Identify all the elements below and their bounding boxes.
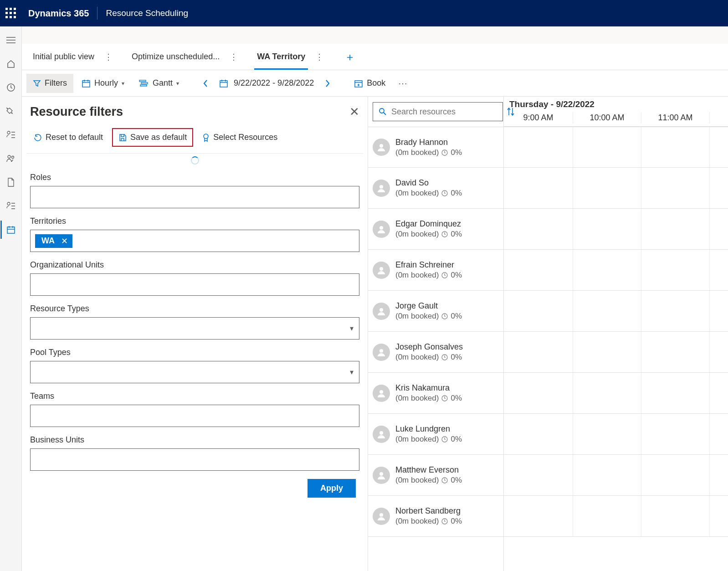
pool-types-select[interactable] xyxy=(30,361,359,383)
resource-row[interactable]: Edgar Dominquez(0m booked)0% xyxy=(368,209,503,250)
timeline-cell[interactable] xyxy=(573,250,641,290)
nav-people-list2-icon[interactable] xyxy=(2,197,20,215)
nav-people-group-icon[interactable] xyxy=(2,149,20,168)
close-icon[interactable]: ✕ xyxy=(349,105,359,119)
timeline-cell[interactable] xyxy=(504,496,573,536)
resource-row[interactable]: Kris Nakamura(0m booked)0% xyxy=(368,373,503,414)
timeline-row[interactable] xyxy=(504,168,728,209)
timeline-cell[interactable] xyxy=(504,373,573,413)
chip-label: WA xyxy=(41,236,55,246)
tab-menu-icon[interactable]: ⋮ xyxy=(312,52,327,62)
timeline-row[interactable] xyxy=(504,373,728,414)
timeline-cell[interactable] xyxy=(573,373,641,413)
timeline-cell[interactable] xyxy=(573,209,641,249)
date-range-picker[interactable]: 9/22/2022 - 9/28/2022 xyxy=(216,78,317,88)
tab-wa-territory[interactable]: WA Territory xyxy=(254,44,308,70)
timeline-cell[interactable] xyxy=(641,332,710,372)
nav-home-icon[interactable] xyxy=(2,55,20,73)
book-label: Book xyxy=(367,78,385,88)
nav-pin-icon[interactable] xyxy=(2,102,20,120)
timeline-cell[interactable] xyxy=(504,455,573,495)
timeline-row[interactable] xyxy=(504,291,728,332)
timeline-cell[interactable] xyxy=(641,250,710,290)
next-date-button[interactable] xyxy=(318,74,337,93)
calendar-icon xyxy=(219,79,228,88)
resource-row[interactable]: Norbert Sandberg(0m booked)0% xyxy=(368,496,503,537)
org-units-input[interactable] xyxy=(30,273,359,296)
timeline-cell[interactable] xyxy=(641,373,710,413)
timeline-cell[interactable] xyxy=(641,209,710,249)
resource-row[interactable]: Brady Hannon(0m booked)0% xyxy=(368,127,503,168)
reset-label: Reset to default xyxy=(46,133,103,142)
timeline-cell[interactable] xyxy=(573,291,641,331)
timeline-row[interactable] xyxy=(504,332,728,373)
resource-row[interactable]: Matthew Everson(0m booked)0% xyxy=(368,455,503,496)
hour-header: 9:00 AM xyxy=(504,112,573,123)
chip-remove-icon[interactable]: ✕ xyxy=(61,236,68,246)
resource-meta: (0m booked)0% xyxy=(395,148,462,157)
more-commands-icon[interactable]: ⋯ xyxy=(394,78,412,89)
timeline-cell[interactable] xyxy=(573,332,641,372)
timeline-row[interactable] xyxy=(504,414,728,455)
teams-input[interactable] xyxy=(30,405,359,427)
resource-meta: (0m booked)0% xyxy=(395,394,462,403)
timeline-cell[interactable] xyxy=(504,250,573,290)
timeline-cell[interactable] xyxy=(504,168,573,208)
timeline-cell[interactable] xyxy=(573,496,641,536)
timeline-cell[interactable] xyxy=(573,414,641,454)
gantt-dropdown[interactable]: Gantt ▾ xyxy=(133,74,185,93)
prev-date-button[interactable] xyxy=(196,74,215,93)
timeline-cell[interactable] xyxy=(573,127,641,167)
resource-types-select[interactable] xyxy=(30,317,359,340)
timeline-cell[interactable] xyxy=(573,455,641,495)
timeline-cell[interactable] xyxy=(504,414,573,454)
timeline-row[interactable] xyxy=(504,127,728,168)
timeline-cell[interactable] xyxy=(504,332,573,372)
nav-hamburger-icon[interactable] xyxy=(2,31,20,49)
select-resources-button[interactable]: Select Resources xyxy=(197,129,283,146)
resource-name: Kris Nakamura xyxy=(395,383,462,393)
tab-menu-icon[interactable]: ⋮ xyxy=(226,52,241,62)
business-units-input[interactable] xyxy=(30,448,359,471)
timeline-cell[interactable] xyxy=(641,127,710,167)
roles-input[interactable] xyxy=(30,186,359,208)
nav-document-icon[interactable] xyxy=(2,173,20,191)
timeline-row[interactable] xyxy=(504,496,728,537)
timeline-row[interactable] xyxy=(504,209,728,250)
add-tab-icon[interactable]: ＋ xyxy=(340,50,360,64)
timeline-cell[interactable] xyxy=(641,291,710,331)
tab-menu-icon[interactable]: ⋮ xyxy=(101,52,116,62)
apply-button[interactable]: Apply xyxy=(308,479,356,498)
resource-row[interactable]: Jorge Gault(0m booked)0% xyxy=(368,291,503,332)
timeline-cell[interactable] xyxy=(641,455,710,495)
nav-schedule-board-icon[interactable] xyxy=(0,221,20,239)
search-field[interactable] xyxy=(391,107,497,117)
loading-spinner-icon xyxy=(191,156,199,165)
resource-row[interactable]: David So(0m booked)0% xyxy=(368,168,503,209)
nav-people-list-icon[interactable] xyxy=(2,126,20,144)
timeline-cell[interactable] xyxy=(641,168,710,208)
reset-to-default-button[interactable]: Reset to default xyxy=(28,129,108,146)
timeline-cell[interactable] xyxy=(504,209,573,249)
resource-row[interactable]: Luke Lundgren(0m booked)0% xyxy=(368,414,503,455)
tab-optimize-unscheduled[interactable]: Optimize unscheduled... xyxy=(129,44,222,70)
hourly-dropdown[interactable]: Hourly ▾ xyxy=(75,74,131,93)
resource-row[interactable]: Joseph Gonsalves(0m booked)0% xyxy=(368,332,503,373)
app-launcher-icon[interactable] xyxy=(5,8,16,19)
filters-button[interactable]: Filters xyxy=(26,74,73,93)
clock-icon xyxy=(441,395,448,401)
timeline-cell[interactable] xyxy=(641,496,710,536)
save-as-default-button[interactable]: Save as default xyxy=(112,128,193,147)
timeline-row[interactable] xyxy=(504,455,728,496)
book-button[interactable]: Book xyxy=(348,74,392,93)
nav-recent-icon[interactable] xyxy=(2,78,20,97)
territories-input[interactable]: WA ✕ xyxy=(30,230,359,252)
timeline-cell[interactable] xyxy=(504,127,573,167)
tab-initial-public-view[interactable]: Initial public view xyxy=(30,44,97,70)
timeline-cell[interactable] xyxy=(573,168,641,208)
timeline-row[interactable] xyxy=(504,250,728,291)
timeline-cell[interactable] xyxy=(504,291,573,331)
timeline-cell[interactable] xyxy=(641,414,710,454)
resource-row[interactable]: Efrain Schreiner(0m booked)0% xyxy=(368,250,503,291)
search-resources-input[interactable] xyxy=(373,102,503,121)
